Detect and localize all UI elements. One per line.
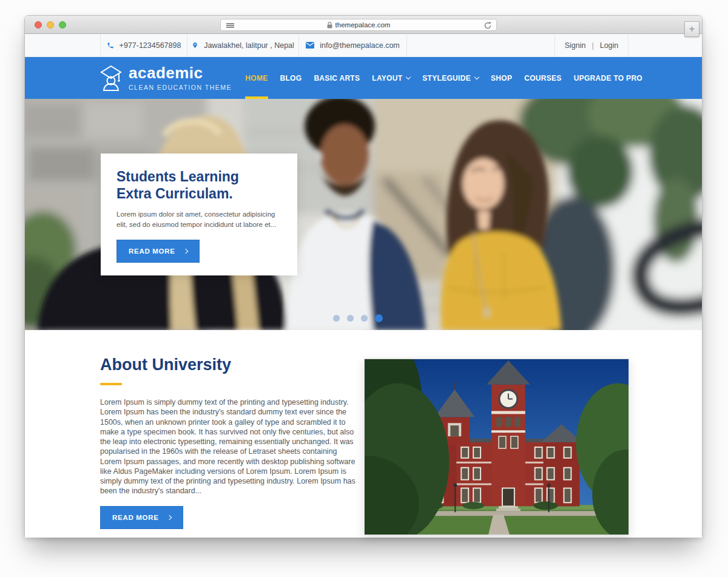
slider-dot-3[interactable] [361,315,368,322]
signin-link[interactable]: Signin [565,41,586,50]
hero-excerpt: Lorem ipsum dolor sit amet, consectetur … [116,209,281,231]
nav-item-styleguide[interactable]: STYLEGUIDE [416,57,485,99]
topbar-gap [407,34,554,56]
hero-slider: Students Learning Extra Curriculam. Lore… [25,99,702,330]
chevron-down-icon [474,75,479,79]
phone-icon [107,42,114,49]
slider-dot-2[interactable] [347,315,354,322]
title-underline [100,383,122,385]
new-tab-button[interactable]: + [684,21,699,37]
topbar-address-label: Jawalakhel, lalitpur , Nepal [204,41,294,50]
nav-menu: HOME BLOG BASIC ARTS LAYOUT STYLEGUIDE S… [239,57,649,99]
reader-icon[interactable] [226,23,234,28]
slider-pagination [333,314,383,322]
hero-read-more-button[interactable]: READ MORE [116,240,200,263]
nav-item-home[interactable]: HOME [239,57,274,99]
hero-slide-card: Students Learning Extra Curriculam. Lore… [101,154,297,275]
brand-tagline: CLEAN EDUCATION THEME [129,84,232,91]
hero-title: Students Learning Extra Curriculam. [116,168,281,202]
topbar-phone-label: +977-1234567898 [120,41,181,50]
chevron-down-icon [406,75,411,79]
topbar-address[interactable]: Jawalakhel, lalitpur , Nepal [187,34,299,56]
topbar-email-label: info@themepalace.com [320,41,400,50]
about-read-more-button[interactable]: READ MORE [100,506,183,529]
browser-window: themepalace.com + +977-1234567898 Jawala… [24,15,703,538]
arrow-right-icon [183,248,187,253]
nav-item-layout[interactable]: LAYOUT [366,57,416,99]
auth-separator: | [592,41,593,50]
nav-item-blog[interactable]: BLOG [274,57,308,99]
minimize-button[interactable] [47,21,54,29]
brand-name: academic [129,65,232,81]
browser-chrome: themepalace.com + [25,16,702,34]
nav-item-shop[interactable]: SHOP [485,57,518,99]
slider-dot-1[interactable] [333,315,340,322]
close-button[interactable] [35,21,42,29]
topbar-auth: Signin | Login [554,34,629,56]
university-photo [364,359,629,535]
about-section: About University Lorem Ipsum is simply d… [25,330,702,538]
topbar-spacer [25,34,101,56]
refresh-icon[interactable] [484,21,492,30]
nav-item-basic-arts[interactable]: BASIC ARTS [308,57,366,99]
url-text: themepalace.com [335,21,391,29]
nav-item-upgrade-to-pro[interactable]: UPGRADE TO PRO [568,57,649,99]
main-nav: academic CLEAN EDUCATION THEME HOME BLOG… [25,57,702,99]
graduate-logo-icon [100,65,122,92]
slider-dot-4[interactable] [375,314,383,322]
site-logo[interactable]: academic CLEAN EDUCATION THEME [100,65,232,92]
topbar: +977-1234567898 Jawalakhel, lalitpur , N… [25,34,702,57]
nav-item-courses[interactable]: COURSES [518,57,567,99]
about-body: Lorem Ipsum is simply dummy text of the … [100,397,357,496]
topbar-phone[interactable]: +977-1234567898 [101,34,187,56]
location-icon [192,41,198,49]
lock-icon [327,22,332,29]
zoom-button[interactable] [59,21,66,29]
topbar-email[interactable]: info@themepalace.com [299,34,407,56]
arrow-right-icon [166,515,171,519]
email-icon [306,42,314,49]
topbar-spacer [629,34,702,56]
about-title: About University [100,356,357,374]
login-link[interactable]: Login [600,41,619,50]
address-bar[interactable]: themepalace.com [220,19,497,31]
window-controls [35,21,66,29]
university-building-illustration [365,359,629,535]
